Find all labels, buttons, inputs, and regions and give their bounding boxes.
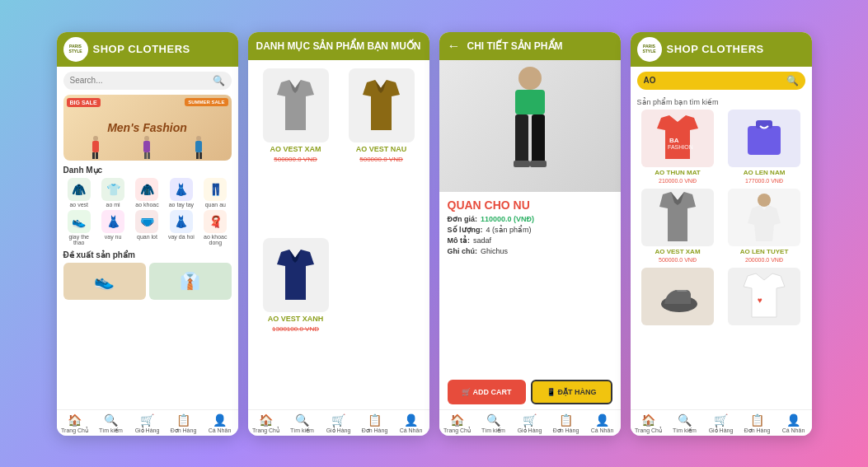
nav-gio-hang[interactable]: 🛒 Giỏ Hàng — [321, 413, 357, 434]
detail-actions: 🛒 ADD CART 📱 ĐẶT HÀNG — [439, 375, 621, 409]
search-bar-active[interactable]: 🔍 — [637, 72, 805, 90]
logo: PARISSTYLE — [63, 37, 88, 62]
shop-title: SHOP CLOTHERS — [667, 43, 764, 55]
svg-rect-5 — [530, 161, 547, 167]
cat-label: vay nu — [105, 234, 122, 240]
category-title: Danh Mục — [63, 166, 232, 175]
cat-label: ao mi — [106, 202, 120, 208]
nav-label: Giỏ Hàng — [326, 427, 351, 434]
nav-tim-kiem[interactable]: 🔍 Tìm kiếm — [667, 413, 703, 434]
add-cart-label: ADD CART — [473, 388, 512, 396]
nav-don-hang[interactable]: 📋 Đơn Hàng — [357, 413, 393, 434]
cat-ao-dong[interactable]: 🧣 ao khoac dong — [199, 210, 231, 245]
cat-label: quan au — [205, 202, 226, 208]
cat-ao-tay[interactable]: 👗 ao tay tay — [166, 178, 197, 208]
cat-ao-khoac[interactable]: 🧥 ao khoac — [131, 178, 162, 208]
order-icon: 📋 — [750, 413, 764, 427]
detail-header: ← CHI TIẾT SẢN PHẨM — [439, 32, 621, 60]
nav-don-hang[interactable]: 📋 Đơn Hàng — [548, 413, 584, 434]
search-icon[interactable]: 🔍 — [213, 75, 225, 86]
product-price: 1300100.0 VNĐ — [272, 325, 319, 333]
nav-trang-chu[interactable]: 🏠 Trang Chủ — [439, 413, 476, 434]
product-name: AO VEST NAU — [356, 145, 407, 153]
nav-label: Trang Chủ — [443, 427, 471, 434]
cart-icon: 🛒 — [331, 413, 345, 427]
so-luong-label: Số lượng: — [448, 226, 483, 234]
cat-vay-da[interactable]: 👗 vay da hoi — [166, 210, 197, 245]
product-card-vest-navy[interactable]: AO VEST XANH 1300100.0 VNĐ — [256, 238, 335, 401]
search-nav-icon: 🔍 — [678, 413, 692, 427]
result-white-shirt[interactable]: ♥ — [724, 268, 805, 329]
order-icon: 📋 — [559, 413, 573, 427]
search-nav-icon: 🔍 — [295, 413, 309, 427]
result-image: BA FASHION — [641, 110, 714, 167]
nav-gio-hang[interactable]: 🛒 Giỏ Hàng — [129, 413, 166, 434]
nav-label: Cá Nhân — [591, 427, 614, 433]
back-button[interactable]: ← — [448, 39, 461, 54]
nav-ca-nhan[interactable]: 👤 Cá Nhân — [202, 413, 238, 434]
nav-don-hang[interactable]: 📋 Đơn Hàng — [166, 413, 202, 434]
result-price: 210000.0 VNĐ — [659, 178, 697, 184]
svg-text:♥: ♥ — [758, 296, 762, 305]
result-ao-vest-xam[interactable]: AO VEST XAM 500000.0 VNĐ — [637, 189, 719, 263]
result-ao-thun[interactable]: BA FASHION AO THUN MAT 210000.0 VNĐ — [637, 110, 719, 184]
nav-tim-kiem[interactable]: 🔍 Tìm kiếm — [476, 413, 512, 434]
recommend-grid: 👟 👔 — [63, 263, 232, 300]
screen-category: DANH MỤC SẢN PHẨM BẠN MUỐN AO VEST XAM 5… — [248, 32, 429, 436]
svg-point-10 — [758, 194, 771, 207]
nav-label: Đơn Hàng — [171, 427, 197, 434]
nav-label: Đơn Hàng — [362, 427, 388, 434]
nav-label: Cá Nhân — [400, 427, 423, 433]
add-cart-button[interactable]: 🛒 ADD CART — [448, 380, 526, 404]
nav-trang-chu[interactable]: 🏠 Trang Chủ — [57, 413, 93, 434]
search-input-active[interactable] — [644, 76, 786, 85]
nav-label: Giỏ Hàng — [135, 427, 160, 434]
cat-vay-nu[interactable]: 👗 vay nu — [97, 210, 129, 245]
product-price: 500000.0 VNĐ — [274, 156, 317, 163]
svg-rect-2 — [515, 114, 528, 164]
nav-trang-chu[interactable]: 🏠 Trang Chủ — [248, 413, 284, 434]
order-button[interactable]: 📱 ĐẶT HÀNG — [531, 380, 612, 404]
nav-trang-chu[interactable]: 🏠 Trang Chủ — [631, 413, 667, 434]
cat-quan-lot[interactable]: 🩲 quan lot — [131, 210, 162, 245]
nav-don-hang[interactable]: 📋 Đơn Hàng — [739, 413, 776, 434]
results-grid: BA FASHION AO THUN MAT 210000.0 VNĐ — [637, 110, 805, 329]
nav-tim-kiem[interactable]: 🔍 Tìm kiếm — [93, 413, 129, 434]
detail-note-row: Ghi chú: Ghichus — [448, 247, 612, 255]
order-icon: 📋 — [368, 413, 382, 427]
detail-info: QUAN CHO NU Đơn giá: 110000.0 (VNĐ) Số l… — [439, 192, 621, 375]
svg-rect-8 — [748, 126, 781, 155]
hero-text: Men's Fashion — [107, 121, 187, 134]
nav-gio-hang[interactable]: 🛒 Giỏ Hàng — [703, 413, 739, 434]
recommend-item[interactable]: 👔 — [149, 263, 232, 300]
search-input[interactable] — [70, 76, 213, 85]
product-image — [349, 68, 415, 142]
result-ao-len-nam[interactable]: AO LEN NAM 177000.0 VNĐ — [724, 110, 805, 184]
cart-icon: 🛒 — [714, 413, 728, 427]
cat-quan-au[interactable]: 👖 quan au — [199, 178, 231, 208]
nav-tim-kiem[interactable]: 🔍 Tìm kiếm — [284, 413, 321, 434]
result-ao-len-tuyet[interactable]: AO LEN TUYET 200000.0 VNĐ — [724, 189, 805, 263]
order-label: ĐẶT HÀNG — [558, 388, 597, 396]
cat-giay[interactable]: 👟 giay the thao — [63, 210, 95, 245]
cat-ao-mi[interactable]: 👕 ao mi — [97, 178, 129, 208]
recommend-title: Đề xuất sản phẩm — [63, 250, 232, 259]
product-card-vest-gray[interactable]: AO VEST XAM 500000.0 VNĐ — [256, 68, 335, 231]
search-screen-header: PARISSTYLE SHOP CLOTHERS — [631, 32, 812, 67]
cat-ao-vest[interactable]: 🧥 ao vest — [63, 178, 95, 208]
nav-gio-hang[interactable]: 🛒 Giỏ Hàng — [512, 413, 548, 434]
result-shoes[interactable] — [637, 268, 719, 329]
product-card-vest-brown[interactable]: AO VEST NAU 500000.0 VNĐ — [342, 68, 421, 231]
search-bar[interactable]: 🔍 — [63, 72, 232, 90]
cat-label: quan lot — [137, 234, 157, 240]
cat-label: vay da hoi — [168, 234, 195, 240]
nav-ca-nhan[interactable]: 👤 Cá Nhân — [393, 413, 429, 434]
nav-ca-nhan[interactable]: 👤 Cá Nhân — [776, 413, 812, 434]
result-image: ♥ — [728, 268, 800, 325]
search-icon[interactable]: 🔍 — [786, 75, 799, 86]
recommend-section: Đề xuất sản phẩm 👟 👔 — [57, 247, 238, 409]
big-sale-badge: BIG SALE — [67, 98, 101, 107]
nav-ca-nhan[interactable]: 👤 Cá Nhân — [584, 413, 621, 434]
recommend-item[interactable]: 👟 — [63, 263, 146, 300]
screen-home: PARISSTYLE SHOP CLOTHERS 🔍 BIG SALE Men'… — [57, 32, 238, 436]
